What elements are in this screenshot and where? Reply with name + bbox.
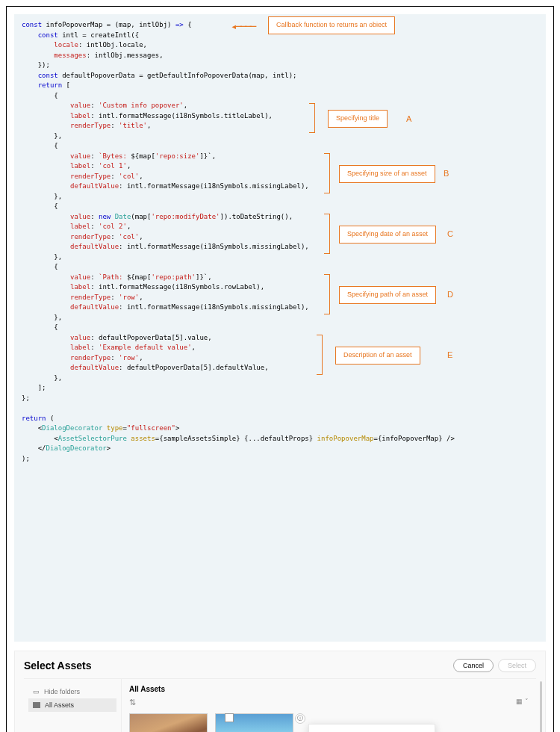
code-block: const infoPopoverMap = (map, intlObj) =>… bbox=[14, 14, 546, 642]
bracket-d bbox=[324, 274, 330, 314]
cancel-button[interactable]: Cancel bbox=[453, 659, 494, 672]
annotation-e: Description of an asset bbox=[335, 347, 420, 365]
sidebar: ▭Hide folders All Assets bbox=[24, 679, 121, 733]
letter-a: A bbox=[406, 113, 411, 125]
annotation-c: Specifying date of an asset bbox=[339, 226, 436, 244]
annotation-d: Specifying path of an asset bbox=[339, 286, 436, 304]
letter-c: C bbox=[447, 228, 453, 241]
letter-d: D bbox=[447, 288, 453, 301]
sidebar-item-all-assets[interactable]: All Assets bbox=[28, 698, 116, 712]
modal-title: Select Assets bbox=[24, 660, 92, 671]
arrow-icon: ◂──── bbox=[231, 19, 255, 34]
bracket-a bbox=[309, 103, 315, 133]
asset-card[interactable]: The Wave IMAGE/JPEG bbox=[129, 713, 208, 733]
document-frame: const infoPopoverMap = (map, intlObj) =>… bbox=[6, 6, 554, 732]
info-popover: TITLE LABEL ACustom info popover BCOL1 B… bbox=[308, 724, 435, 733]
info-icon[interactable]: ⓘ bbox=[295, 713, 305, 724]
asset-selector-modal: Select Assets Cancel Select ▭Hide folder… bbox=[14, 651, 546, 733]
hide-folders-toggle[interactable]: ▭Hide folders bbox=[28, 685, 116, 698]
folder-icon bbox=[33, 702, 40, 708]
letter-b: B bbox=[444, 167, 449, 180]
bracket-c bbox=[324, 214, 330, 254]
bracket-e bbox=[317, 335, 323, 375]
annotation-a: Specifying title bbox=[328, 110, 388, 128]
annotation-callback: Callback function to returns an obiect bbox=[268, 16, 395, 34]
asset-thumbnail bbox=[129, 713, 208, 733]
main-panel: All Assets ⇅ ▦ ˅ The Wave IMAGE/JPEG El … bbox=[121, 679, 536, 733]
annotation-b: Specifying size of an asset bbox=[339, 165, 435, 183]
view-toggle-icon[interactable]: ▦ ˅ bbox=[516, 698, 529, 707]
checkbox-icon[interactable] bbox=[225, 713, 234, 722]
scrollbar[interactable] bbox=[540, 681, 542, 733]
breadcrumb: All Assets bbox=[129, 685, 529, 693]
select-button[interactable]: Select bbox=[498, 659, 536, 672]
sort-icon[interactable]: ⇅ bbox=[129, 698, 136, 707]
letter-e: E bbox=[447, 349, 452, 362]
rail-icon: ▭ bbox=[33, 688, 40, 695]
bracket-b bbox=[324, 153, 330, 193]
